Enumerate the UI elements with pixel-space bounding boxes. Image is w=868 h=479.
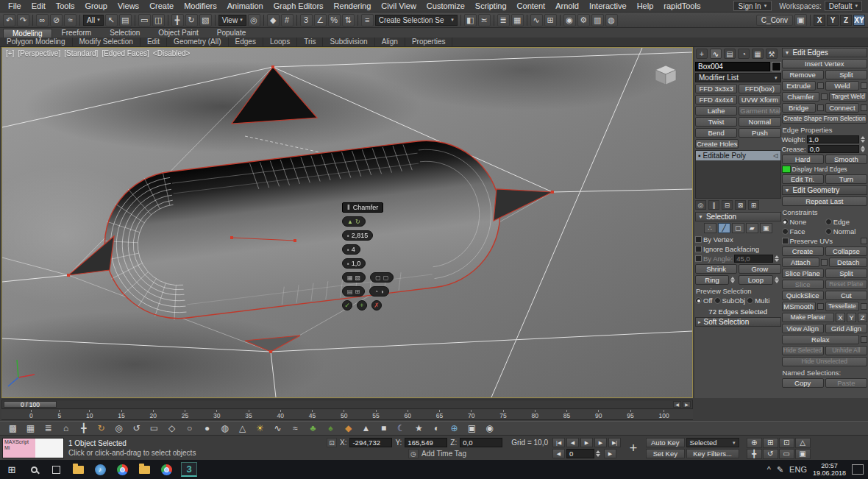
configure-modifier-sets-icon[interactable]: ⊞	[748, 200, 759, 210]
axis-constraint-xy-button[interactable]: XY	[853, 15, 865, 26]
frame-spinner[interactable]	[596, 450, 602, 457]
track-bar[interactable]: 0 5 10 15 20 25 30 35 40 45 50 55 60 65 …	[1, 410, 693, 420]
split-geometry-button[interactable]: Split	[825, 269, 867, 278]
play-button[interactable]: ▶	[580, 438, 593, 447]
chamfer-button[interactable]: Chamfer	[782, 92, 820, 102]
by-angle-spinner[interactable]	[775, 255, 781, 262]
ribbon-panel-properties[interactable]: Properties	[405, 38, 453, 46]
caddy-cycle-icon[interactable]: ↻	[355, 219, 360, 225]
by-vertex-checkbox[interactable]	[695, 236, 702, 243]
chamfer-settings-button[interactable]	[821, 93, 828, 100]
subobject-polygon-icon[interactable]: ▰	[746, 223, 758, 233]
weld-button[interactable]: Weld	[825, 81, 859, 91]
caddy-uv-icon-b[interactable]: ◑	[380, 288, 384, 295]
select-object-icon[interactable]: ↖	[105, 14, 118, 26]
axis-constraint-x-button[interactable]: X	[814, 15, 825, 26]
menu-civil-view[interactable]: Civil View	[376, 1, 421, 11]
rollout-edit-edges-header[interactable]: ▼ Edit Edges	[782, 48, 868, 57]
browser-button[interactable]	[156, 461, 177, 478]
subobject-edge-icon[interactable]: ╱	[718, 223, 730, 233]
shelf-icon[interactable]: △	[237, 423, 248, 434]
object-name-field[interactable]: Box004	[695, 62, 770, 71]
notification-center-button[interactable]	[852, 464, 864, 475]
key-filters-button[interactable]: Key Filters...	[686, 449, 739, 458]
shelf-icon[interactable]: ⌂	[60, 423, 71, 434]
rollout-selection-header[interactable]: ▼ Selection	[695, 212, 781, 221]
ribbon-panel-tris[interactable]: Tris	[297, 38, 323, 46]
material-editor-icon[interactable]: ◉	[563, 14, 576, 26]
caddy-grip-icon[interactable]: ‖	[347, 204, 350, 211]
shelf-icon[interactable]: ≈	[290, 423, 301, 434]
ring-button[interactable]: Ring	[695, 275, 729, 285]
caddy-type-icon-a[interactable]: ▦	[347, 274, 353, 281]
object-color-swatch[interactable]	[772, 62, 781, 71]
zoom-all-icon[interactable]: ⊞	[763, 438, 778, 448]
preview-multi-radio[interactable]	[747, 297, 753, 304]
motion-panel-tab-icon[interactable]: ◔	[738, 49, 750, 59]
ring-spinner[interactable]	[730, 277, 737, 283]
weight-spinner[interactable]	[861, 136, 867, 143]
menu-tools[interactable]: Tools	[51, 1, 80, 11]
shelf-icon[interactable]: ◍	[219, 423, 230, 434]
maxscript-label[interactable]: MAXScript Mi	[3, 439, 35, 458]
shelf-icon[interactable]: ♠	[325, 423, 336, 434]
caddy-ok-button[interactable]: ✓	[342, 300, 352, 311]
pan-icon[interactable]: ╋	[747, 449, 762, 459]
create-panel-tab-icon[interactable]: +	[696, 49, 708, 59]
caddy-smooth-toggle[interactable]: ▤ ⊞	[342, 286, 365, 297]
select-and-link-icon[interactable]: ∞	[36, 14, 49, 26]
ribbon-panel-polygon-modeling[interactable]: Polygon Modeling	[0, 38, 73, 46]
edit-tri-button[interactable]: Edit Tri.	[782, 174, 824, 184]
render-setup-icon[interactable]: ⚙	[577, 14, 590, 26]
caddy-tension-value[interactable]: 1,0	[352, 260, 361, 267]
time-slider[interactable]: 0 / 100 ◀ ▶	[1, 400, 693, 409]
caddy-segments-field[interactable]: ▪ 4	[342, 244, 360, 255]
preserve-uvs-settings-button[interactable]	[861, 238, 867, 244]
mirror-icon[interactable]: ◧	[464, 14, 477, 26]
attach-settings-button[interactable]	[821, 259, 828, 266]
crease-spinner[interactable]	[861, 146, 867, 152]
layer-manager-icon[interactable]: ≣	[497, 14, 510, 26]
menu-interactive[interactable]: Interactive	[584, 1, 632, 11]
tessellate-button[interactable]: Tessellate	[825, 302, 859, 311]
relax-settings-button[interactable]	[861, 336, 867, 343]
crease-field[interactable]: 0,0	[808, 145, 859, 153]
select-and-scale-icon[interactable]: ▧	[199, 14, 212, 26]
task-view-button[interactable]	[46, 461, 66, 478]
shelf-icon[interactable]: ◉	[484, 423, 495, 434]
caddy-mode-toggle[interactable]: ▲ ↻	[342, 216, 366, 227]
shelf-icon[interactable]: ◆	[343, 423, 354, 434]
bind-to-space-warp-icon[interactable]: ≈	[64, 14, 77, 26]
shelf-icon[interactable]: ☀	[255, 423, 266, 434]
ignore-backfacing-checkbox[interactable]	[695, 246, 702, 252]
pin-stack-icon[interactable]: ◎	[695, 200, 706, 210]
extrude-button[interactable]: Extrude	[782, 81, 816, 91]
stack-item-editable-poly[interactable]: ▪ Editable Poly ◁	[696, 151, 780, 160]
use-pivot-center-icon[interactable]: ◎	[248, 14, 260, 26]
caddy-chamfer-type-toggle[interactable]: ▦ ▧	[342, 272, 366, 283]
viewport-menu-general[interactable]: [+]	[6, 49, 14, 57]
menu-animation[interactable]: Animation	[222, 1, 268, 11]
caddy-amount-value[interactable]: 2,815	[352, 232, 369, 239]
viewport-menu-pov[interactable]: [Perspective]	[18, 49, 60, 57]
ribbon-tab-object-paint[interactable]: Object Paint	[149, 29, 207, 38]
home-grid-icon[interactable]	[655, 65, 676, 85]
split-button[interactable]: Split	[825, 70, 867, 79]
ribbon-toggle-icon[interactable]: ▦	[511, 14, 524, 26]
shelf-icon[interactable]: ▩	[7, 423, 18, 434]
collapse-button[interactable]: Collapse	[825, 246, 867, 256]
orbit-icon[interactable]: ↺	[763, 449, 778, 459]
snaps-toggle-icon[interactable]: 3	[300, 14, 313, 26]
bridge-button[interactable]: Bridge	[782, 103, 816, 113]
ribbon-tab-populate[interactable]: Populate	[208, 29, 255, 38]
modifier-button-garment-maker[interactable]: Garment Maker	[739, 106, 780, 116]
rendered-frame-window-icon[interactable]: ▥	[591, 14, 604, 26]
display-panel-tab-icon[interactable]: ▦	[752, 49, 764, 59]
shrink-button[interactable]: Shrink	[695, 264, 737, 274]
caddy-smooth-icon-a[interactable]: ▤	[347, 288, 353, 295]
zoom-icon[interactable]: ⊕	[747, 438, 762, 448]
z-coordinate-field[interactable]: 0,0	[460, 438, 502, 447]
preview-subobj-radio[interactable]	[714, 297, 721, 304]
make-unique-icon[interactable]: ⊟	[722, 200, 733, 210]
go-to-start-button[interactable]: |◀	[552, 438, 565, 447]
